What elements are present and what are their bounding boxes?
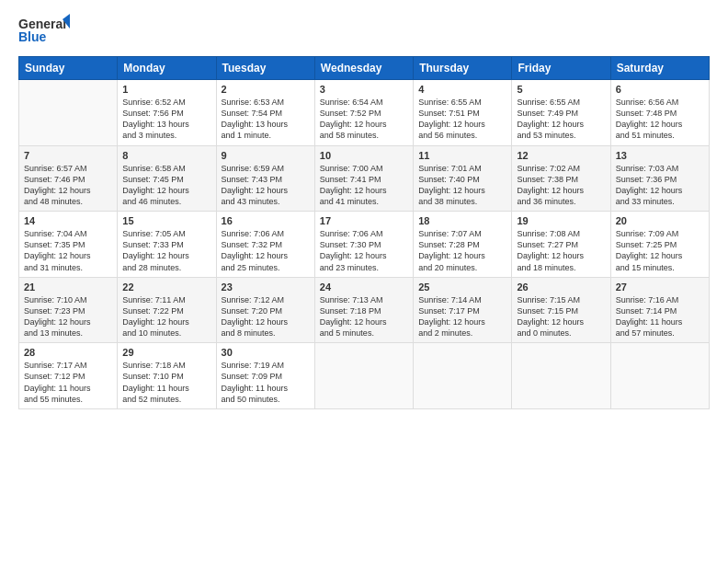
day-number: 13 (616, 150, 704, 161)
day-number: 16 (222, 215, 310, 226)
calendar-cell: 28Sunrise: 7:17 AM Sunset: 7:12 PM Dayli… (19, 343, 118, 409)
day-info: Sunrise: 7:19 AM Sunset: 7:09 PM Dayligh… (222, 360, 310, 405)
day-number: 4 (418, 84, 506, 95)
calendar-cell: 11Sunrise: 7:01 AM Sunset: 7:40 PM Dayli… (414, 145, 512, 212)
calendar-cell (314, 343, 413, 409)
weekday-friday: Friday (512, 57, 610, 80)
day-info: Sunrise: 7:03 AM Sunset: 7:36 PM Dayligh… (616, 163, 704, 208)
calendar-cell: 20Sunrise: 7:09 AM Sunset: 7:25 PM Dayli… (610, 212, 709, 278)
day-info: Sunrise: 6:54 AM Sunset: 7:52 PM Dayligh… (320, 97, 408, 142)
day-number: 8 (122, 150, 210, 161)
day-info: Sunrise: 7:06 AM Sunset: 7:32 PM Dayligh… (222, 228, 310, 273)
calendar-cell: 4Sunrise: 6:55 AM Sunset: 7:51 PM Daylig… (414, 80, 512, 146)
day-info: Sunrise: 6:59 AM Sunset: 7:43 PM Dayligh… (222, 163, 310, 208)
day-info: Sunrise: 7:08 AM Sunset: 7:27 PM Dayligh… (517, 228, 605, 273)
day-info: Sunrise: 7:06 AM Sunset: 7:30 PM Dayligh… (320, 228, 408, 273)
day-number: 30 (222, 347, 310, 358)
day-number: 23 (222, 282, 310, 293)
weekday-header-row: SundayMondayTuesdayWednesdayThursdayFrid… (19, 57, 710, 80)
day-info: Sunrise: 7:05 AM Sunset: 7:33 PM Dayligh… (122, 228, 210, 273)
weekday-monday: Monday (118, 57, 216, 80)
day-number: 28 (24, 347, 112, 358)
day-number: 27 (616, 282, 704, 293)
day-info: Sunrise: 6:57 AM Sunset: 7:46 PM Dayligh… (24, 163, 112, 208)
calendar-cell: 30Sunrise: 7:19 AM Sunset: 7:09 PM Dayli… (216, 343, 314, 409)
week-row-3: 14Sunrise: 7:04 AM Sunset: 7:35 PM Dayli… (19, 212, 710, 278)
calendar-cell (414, 343, 512, 409)
day-info: Sunrise: 7:04 AM Sunset: 7:35 PM Dayligh… (24, 228, 112, 273)
day-number: 14 (24, 215, 112, 226)
calendar-cell: 21Sunrise: 7:10 AM Sunset: 7:23 PM Dayli… (19, 277, 118, 343)
logo-svg: GeneralBlue (18, 14, 74, 47)
calendar-cell: 22Sunrise: 7:11 AM Sunset: 7:22 PM Dayli… (118, 277, 216, 343)
day-info: Sunrise: 7:07 AM Sunset: 7:28 PM Dayligh… (418, 228, 506, 273)
day-number: 3 (320, 84, 408, 95)
day-number: 24 (320, 282, 408, 293)
calendar-cell: 18Sunrise: 7:07 AM Sunset: 7:28 PM Dayli… (414, 212, 512, 278)
calendar-cell (512, 343, 610, 409)
calendar-cell: 6Sunrise: 6:56 AM Sunset: 7:48 PM Daylig… (610, 80, 709, 146)
week-row-1: 1Sunrise: 6:52 AM Sunset: 7:56 PM Daylig… (19, 80, 710, 146)
calendar-cell: 10Sunrise: 7:00 AM Sunset: 7:41 PM Dayli… (314, 145, 413, 212)
calendar-cell: 24Sunrise: 7:13 AM Sunset: 7:18 PM Dayli… (314, 277, 413, 343)
day-number: 2 (222, 84, 310, 95)
week-row-4: 21Sunrise: 7:10 AM Sunset: 7:23 PM Dayli… (19, 277, 710, 343)
calendar-cell: 8Sunrise: 6:58 AM Sunset: 7:45 PM Daylig… (118, 145, 216, 212)
day-info: Sunrise: 7:15 AM Sunset: 7:15 PM Dayligh… (517, 294, 605, 339)
day-info: Sunrise: 6:52 AM Sunset: 7:56 PM Dayligh… (122, 97, 210, 142)
day-info: Sunrise: 7:09 AM Sunset: 7:25 PM Dayligh… (616, 228, 704, 273)
weekday-saturday: Saturday (610, 57, 709, 80)
logo: GeneralBlue (18, 14, 74, 47)
calendar: SundayMondayTuesdayWednesdayThursdayFrid… (18, 56, 710, 409)
svg-text:Blue: Blue (18, 29, 47, 44)
day-number: 15 (122, 215, 210, 226)
calendar-cell: 12Sunrise: 7:02 AM Sunset: 7:38 PM Dayli… (512, 145, 610, 212)
day-number: 29 (122, 347, 210, 358)
calendar-cell: 1Sunrise: 6:52 AM Sunset: 7:56 PM Daylig… (118, 80, 216, 146)
calendar-cell: 19Sunrise: 7:08 AM Sunset: 7:27 PM Dayli… (512, 212, 610, 278)
day-info: Sunrise: 7:11 AM Sunset: 7:22 PM Dayligh… (122, 294, 210, 339)
day-number: 26 (517, 282, 605, 293)
day-info: Sunrise: 7:18 AM Sunset: 7:10 PM Dayligh… (122, 360, 210, 405)
calendar-cell: 17Sunrise: 7:06 AM Sunset: 7:30 PM Dayli… (314, 212, 413, 278)
calendar-cell: 5Sunrise: 6:55 AM Sunset: 7:49 PM Daylig… (512, 80, 610, 146)
day-number: 5 (517, 84, 605, 95)
day-info: Sunrise: 7:13 AM Sunset: 7:18 PM Dayligh… (320, 294, 408, 339)
day-number: 21 (24, 282, 112, 293)
day-info: Sunrise: 7:17 AM Sunset: 7:12 PM Dayligh… (24, 360, 112, 405)
calendar-cell: 7Sunrise: 6:57 AM Sunset: 7:46 PM Daylig… (19, 145, 118, 212)
day-number: 19 (517, 215, 605, 226)
day-info: Sunrise: 7:16 AM Sunset: 7:14 PM Dayligh… (616, 294, 704, 339)
header: GeneralBlue (18, 14, 710, 47)
calendar-cell: 23Sunrise: 7:12 AM Sunset: 7:20 PM Dayli… (216, 277, 314, 343)
day-number: 10 (320, 150, 408, 161)
day-number: 11 (418, 150, 506, 161)
weekday-tuesday: Tuesday (216, 57, 314, 80)
day-info: Sunrise: 6:55 AM Sunset: 7:49 PM Dayligh… (517, 97, 605, 142)
day-number: 12 (517, 150, 605, 161)
day-info: Sunrise: 7:10 AM Sunset: 7:23 PM Dayligh… (24, 294, 112, 339)
calendar-cell (19, 80, 118, 146)
day-number: 18 (418, 215, 506, 226)
day-number: 6 (616, 84, 704, 95)
calendar-cell: 14Sunrise: 7:04 AM Sunset: 7:35 PM Dayli… (19, 212, 118, 278)
calendar-cell: 2Sunrise: 6:53 AM Sunset: 7:54 PM Daylig… (216, 80, 314, 146)
day-info: Sunrise: 7:00 AM Sunset: 7:41 PM Dayligh… (320, 163, 408, 208)
day-number: 9 (222, 150, 310, 161)
day-info: Sunrise: 6:55 AM Sunset: 7:51 PM Dayligh… (418, 97, 506, 142)
day-info: Sunrise: 7:01 AM Sunset: 7:40 PM Dayligh… (418, 163, 506, 208)
calendar-cell: 25Sunrise: 7:14 AM Sunset: 7:17 PM Dayli… (414, 277, 512, 343)
calendar-cell: 15Sunrise: 7:05 AM Sunset: 7:33 PM Dayli… (118, 212, 216, 278)
calendar-cell: 13Sunrise: 7:03 AM Sunset: 7:36 PM Dayli… (610, 145, 709, 212)
day-number: 17 (320, 215, 408, 226)
day-info: Sunrise: 7:14 AM Sunset: 7:17 PM Dayligh… (418, 294, 506, 339)
day-info: Sunrise: 7:12 AM Sunset: 7:20 PM Dayligh… (222, 294, 310, 339)
weekday-wednesday: Wednesday (314, 57, 413, 80)
calendar-cell: 27Sunrise: 7:16 AM Sunset: 7:14 PM Dayli… (610, 277, 709, 343)
day-number: 20 (616, 215, 704, 226)
calendar-cell (610, 343, 709, 409)
day-number: 25 (418, 282, 506, 293)
day-info: Sunrise: 6:56 AM Sunset: 7:48 PM Dayligh… (616, 97, 704, 142)
day-info: Sunrise: 6:53 AM Sunset: 7:54 PM Dayligh… (222, 97, 310, 142)
calendar-cell: 16Sunrise: 7:06 AM Sunset: 7:32 PM Dayli… (216, 212, 314, 278)
